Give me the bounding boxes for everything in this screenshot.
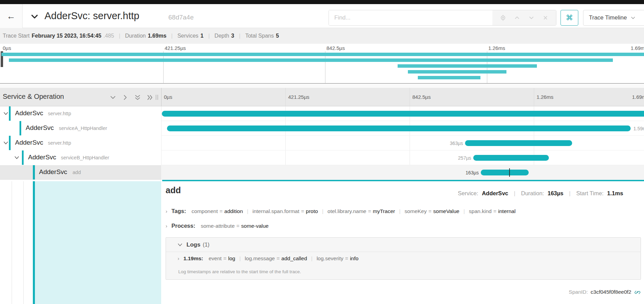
span-row-serviceA[interactable]: AdderSvc serviceA_HttpHandler 1.59ms xyxy=(0,121,644,136)
ruler-tick-0: 0µs xyxy=(164,94,172,100)
logs-count: (1) xyxy=(203,242,210,248)
span-name-cell[interactable]: AdderSvc server.http xyxy=(0,106,161,121)
span-id-value: c3cf045f0f8ee0f2 xyxy=(591,289,631,295)
prev-match-chevron-up-icon[interactable] xyxy=(513,14,521,22)
start-time-label: Start Time: xyxy=(576,190,604,196)
span-color-accent xyxy=(33,165,35,180)
span-operation: add xyxy=(73,170,81,175)
trace-header: ← AdderSvc: server.http 68d7a4e xyxy=(0,4,644,28)
span-log-marker[interactable] xyxy=(509,168,510,177)
ruler-tick-100: 1.69ms xyxy=(632,94,644,100)
duration-label: Duration xyxy=(125,33,146,39)
trace-summary-bar: Trace Start February 15 2023, 16:54:45.4… xyxy=(0,28,644,44)
collapse-all-double-chevron-down-icon[interactable] xyxy=(133,93,142,102)
span-duration-label: 1.59ms xyxy=(633,126,644,131)
service-value: AdderSvc xyxy=(482,190,508,196)
span-service: AdderSvc xyxy=(15,139,43,146)
span-id-row: SpanID: c3cf045f0f8ee0f2 xyxy=(569,289,641,295)
minimap-tick-25: 421.25µs xyxy=(165,45,186,51)
focus-target-icon[interactable] xyxy=(499,14,507,22)
jaeger-trace-page: ← AdderSvc: server.http 68d7a4e xyxy=(0,0,644,304)
find-controls xyxy=(492,10,556,25)
find-bar xyxy=(329,10,556,26)
chevron-down-icon[interactable] xyxy=(3,140,9,146)
span-row-add-selected[interactable]: AdderSvc add 163µs xyxy=(0,165,644,180)
process-expand-chevron[interactable]: › xyxy=(166,223,167,229)
collapse-trace-caret[interactable] xyxy=(30,12,40,21)
duration-value: 1.69ms xyxy=(148,33,166,39)
minimap-span-bar xyxy=(9,58,613,62)
tags-row: ›Tags:component=addition|internal.span.f… xyxy=(166,208,516,214)
link-icon[interactable] xyxy=(634,289,641,295)
expand-one-chevron-right-icon[interactable] xyxy=(121,93,129,102)
log-expand-chevron[interactable]: › xyxy=(178,255,179,261)
clear-search-x-icon[interactable] xyxy=(542,14,549,22)
minimap-tick-0: 0µs xyxy=(3,45,11,51)
span-color-accent xyxy=(22,150,24,165)
minimap-span-bar xyxy=(408,70,506,74)
chevron-down-icon[interactable] xyxy=(14,155,20,161)
span-operation: server.http xyxy=(48,111,71,116)
next-match-chevron-down-icon[interactable] xyxy=(528,14,535,22)
span-bar[interactable] xyxy=(167,125,631,131)
span-row-server-http-1[interactable]: AdderSvc server.http xyxy=(0,106,644,121)
expand-all-double-chevron-right-icon[interactable] xyxy=(146,93,154,102)
span-row-server-http-2[interactable]: AdderSvc server.http 363µs xyxy=(0,136,644,150)
span-service: AdderSvc xyxy=(26,124,54,132)
span-service: AdderSvc xyxy=(15,109,43,117)
total-spans-value: 5 xyxy=(276,33,279,39)
span-row-serviceB[interactable]: AdderSvc serviceB_HttpHandler 257µs xyxy=(0,150,644,165)
back-arrow-icon: ← xyxy=(7,11,16,22)
chevron-down-icon xyxy=(30,12,39,21)
find-input[interactable] xyxy=(329,10,492,25)
start-time-value: 1.1ms xyxy=(607,190,623,196)
timeline-grid-header: Service & Operation 0µs 421.25µs 842.5µs… xyxy=(0,88,644,106)
minimap-span-bar xyxy=(398,64,537,68)
page-title: AdderSvc: server.http xyxy=(44,10,139,22)
span-bar[interactable] xyxy=(481,170,529,175)
ruler-tick-75: 1.26ms xyxy=(537,94,553,100)
services-label: Services xyxy=(177,33,198,39)
span-bar[interactable] xyxy=(162,111,644,117)
column-resize-handle[interactable] xyxy=(156,95,159,100)
depth-value: 3 xyxy=(231,33,234,39)
span-bar[interactable] xyxy=(473,155,549,161)
view-selector-dropdown[interactable]: Trace Timeline xyxy=(583,10,644,26)
span-operation: serviceA_HttpHandler xyxy=(59,125,107,131)
trace-id-short: 68d7a4e xyxy=(168,14,194,21)
detail-meta: Service: AdderSvc | Duration: 163µs | St… xyxy=(458,190,623,197)
log-entry[interactable]: ›1.19ms:event=log|log.message=add_called… xyxy=(178,255,359,262)
command-icon: ⌘ xyxy=(566,14,573,22)
span-color-accent xyxy=(9,106,11,121)
trace-minimap[interactable]: 0µs 421.25µs 842.5µs 1.26ms 1.69ms xyxy=(0,44,644,84)
keyboard-shortcuts-button[interactable]: ⌘ xyxy=(561,10,578,26)
browser-top-strip xyxy=(0,0,644,4)
view-selector-label: Trace Timeline xyxy=(589,14,627,21)
span-name-cell[interactable]: AdderSvc serviceB_HttpHandler xyxy=(0,150,161,165)
back-button[interactable]: ← xyxy=(0,4,23,28)
span-duration-label: 363µs xyxy=(436,141,463,146)
minimap-tick-75: 1.26ms xyxy=(488,45,505,51)
services-value: 1 xyxy=(201,33,204,39)
collapse-one-chevron-down-icon[interactable] xyxy=(109,93,117,102)
tags-expand-chevron[interactable]: › xyxy=(166,208,167,214)
minimap-tick-100: 1.69ms xyxy=(631,45,644,51)
span-operation: server.http xyxy=(48,140,71,146)
ruler-tick-50: 842.5µs xyxy=(412,94,431,100)
chevron-down-icon xyxy=(177,242,183,248)
tree-guides xyxy=(0,181,162,304)
logs-label: Logs xyxy=(186,241,201,248)
span-name-cell[interactable]: AdderSvc serviceA_HttpHandler xyxy=(0,121,161,136)
trace-start-value: February 15 2023, 16:54:45 xyxy=(32,33,102,39)
span-bar[interactable] xyxy=(465,140,572,146)
minimap-tick-50: 842.5µs xyxy=(326,45,345,51)
span-name-cell[interactable]: AdderSvc add xyxy=(0,165,161,180)
logs-hint: Log timestamps are relative to the start… xyxy=(178,269,301,274)
span-name-cell[interactable]: AdderSvc server.http xyxy=(0,136,161,150)
logs-accordion: Logs (1) ›1.19ms:event=log|log.message=a… xyxy=(166,237,641,280)
span-operation: serviceB_HttpHandler xyxy=(61,155,109,160)
logs-header[interactable]: Logs (1) xyxy=(166,238,641,252)
duration-label: Duration: xyxy=(521,190,544,196)
minimap-span-bar xyxy=(418,76,480,79)
chevron-down-icon[interactable] xyxy=(3,110,9,117)
